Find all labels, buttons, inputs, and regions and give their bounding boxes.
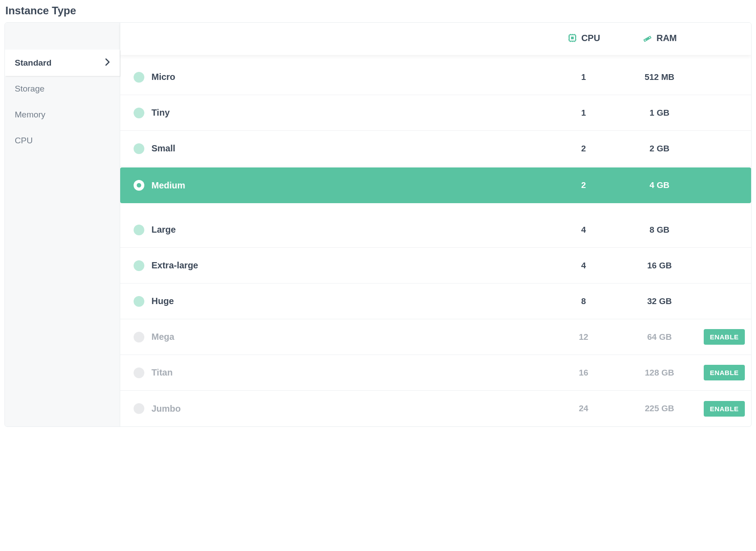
enable-button[interactable]: ENABLE (704, 365, 745, 380)
instance-row-extra-large[interactable]: Extra-large 4 16 GB (120, 248, 751, 284)
instance-row-small[interactable]: Small 2 2 GB (120, 131, 751, 167)
instance-ram: 1 GB (650, 108, 669, 117)
instance-ram: 16 GB (647, 261, 672, 270)
radio-icon[interactable] (134, 225, 144, 235)
sidebar-item-label: Storage (15, 84, 45, 94)
sidebar: Standard Storage Memory CPU (5, 23, 120, 426)
instance-ram: 2 GB (650, 144, 669, 153)
column-header-ram-label: RAM (656, 33, 677, 43)
ram-icon (642, 33, 653, 43)
instance-name: Small (151, 143, 175, 153)
radio-icon-disabled (134, 367, 144, 378)
instance-cpu: 1 (581, 108, 586, 117)
sidebar-item-storage[interactable]: Storage (5, 76, 120, 102)
table-header: CPU RAM (120, 23, 751, 55)
radio-icon[interactable] (134, 296, 144, 307)
svg-rect-14 (643, 36, 652, 42)
instance-row-titan[interactable]: Titan 16 128 GB ENABLE (120, 355, 751, 391)
instance-cpu: 2 (581, 144, 586, 153)
page-title: Instance Type (4, 4, 752, 17)
instance-table: CPU RAM (120, 23, 751, 426)
chevron-right-icon (105, 58, 110, 68)
instance-cpu: 8 (581, 296, 586, 306)
instance-row-mega[interactable]: Mega 12 64 GB ENABLE (120, 319, 751, 355)
instance-name: Mega (151, 332, 174, 342)
instance-name: Extra-large (151, 260, 198, 270)
instance-cpu: 1 (581, 72, 586, 82)
instance-ram: 8 GB (650, 225, 669, 234)
instance-row-medium[interactable]: Medium 2 4 GB (120, 167, 751, 203)
radio-icon-selected[interactable] (134, 180, 144, 191)
instance-row-tiny[interactable]: Tiny 1 1 GB (120, 95, 751, 131)
enable-button[interactable]: ENABLE (704, 329, 745, 345)
instance-cpu: 4 (581, 261, 586, 270)
instance-rows: Micro 1 512 MB Tiny 1 1 GB Small 2 2 GB (120, 55, 751, 426)
svg-point-15 (645, 40, 646, 41)
instance-ram: 4 GB (650, 180, 669, 190)
instance-name: Jumbo (151, 404, 181, 413)
svg-rect-1 (571, 37, 574, 39)
radio-icon-disabled (134, 332, 144, 342)
instance-cpu: 2 (581, 180, 586, 190)
instance-name: Huge (151, 296, 174, 306)
instance-ram: 225 GB (645, 404, 674, 413)
enable-button[interactable]: ENABLE (704, 401, 745, 417)
sidebar-header-spacer (5, 23, 120, 50)
instance-name: Large (151, 225, 176, 234)
instance-cpu: 4 (581, 225, 586, 234)
radio-icon[interactable] (134, 108, 144, 118)
instance-ram: 128 GB (645, 368, 674, 377)
instance-name: Micro (151, 72, 175, 82)
sidebar-item-cpu[interactable]: CPU (5, 128, 120, 154)
column-header-cpu-label: CPU (581, 33, 600, 43)
radio-icon[interactable] (134, 143, 144, 154)
instance-ram: 64 GB (647, 332, 672, 342)
radio-icon[interactable] (134, 72, 144, 83)
instance-ram: 512 MB (645, 72, 675, 82)
radio-icon-disabled (134, 403, 144, 414)
instance-ram: 32 GB (647, 296, 672, 306)
sidebar-item-label: CPU (15, 136, 33, 146)
instance-row-micro[interactable]: Micro 1 512 MB (120, 59, 751, 95)
instance-name: Medium (151, 180, 185, 190)
instance-type-panel: Standard Storage Memory CPU (4, 22, 752, 427)
svg-point-16 (649, 37, 651, 38)
instance-cpu: 12 (579, 332, 588, 342)
column-header-ram: RAM (642, 33, 677, 43)
instance-cpu: 24 (579, 404, 588, 413)
cpu-icon (567, 33, 578, 43)
instance-name: Tiny (151, 108, 170, 117)
sidebar-item-memory[interactable]: Memory (5, 102, 120, 128)
instance-row-huge[interactable]: Huge 8 32 GB (120, 284, 751, 319)
sidebar-item-label: Memory (15, 110, 46, 120)
instance-cpu: 16 (579, 368, 588, 377)
sidebar-item-standard[interactable]: Standard (5, 50, 120, 76)
instance-name: Titan (151, 367, 172, 377)
sidebar-item-label: Standard (15, 58, 51, 68)
instance-row-jumbo[interactable]: Jumbo 24 225 GB ENABLE (120, 391, 751, 426)
radio-icon[interactable] (134, 260, 144, 271)
instance-row-large[interactable]: Large 4 8 GB (120, 212, 751, 248)
column-header-cpu: CPU (567, 33, 600, 43)
